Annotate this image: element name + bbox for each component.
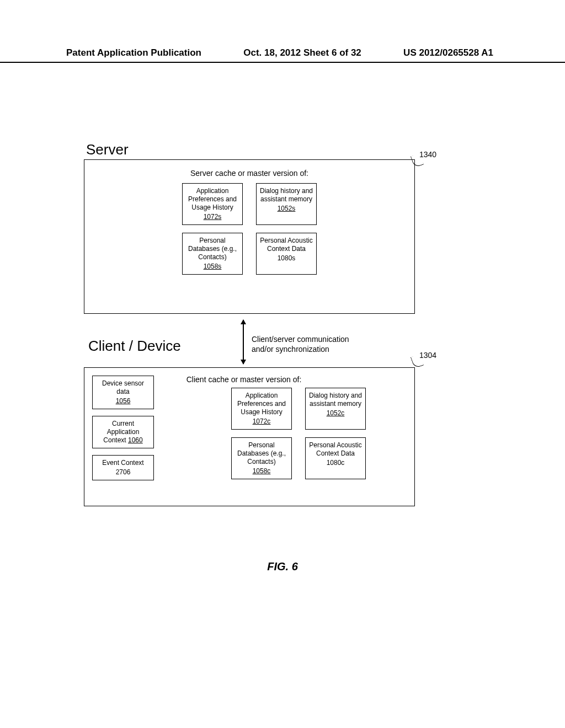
box-ref: 1080c: [308, 459, 363, 467]
box-label: Application Preferences and Usage Histor…: [188, 187, 237, 211]
server-ref-num: 1340: [419, 150, 436, 159]
box-label: Application Preferences and Usage Histor…: [237, 392, 286, 416]
header-left: Patent Application Publication: [66, 47, 201, 58]
client-grid: Application Preferences and Usage Histor…: [227, 388, 370, 479]
client-box: Device sensor data 1056 CurrentApplicati…: [84, 367, 415, 506]
device-sensor-box: Device sensor data 1056: [92, 376, 154, 409]
server-app-prefs-box: Application Preferences and Usage Histor…: [182, 183, 243, 225]
box-ref: 1058c: [234, 467, 289, 475]
box-label: Personal Databases (e.g., Contacts): [237, 441, 286, 465]
box-label: Dialog history and assistant memory: [260, 187, 313, 203]
diagram-container: Server Server cache or master version of…: [84, 141, 415, 314]
server-box: Server cache or master version of: Appli…: [84, 159, 415, 314]
event-context-box: Event Context 2706: [92, 455, 154, 480]
box-ref: 2706: [95, 468, 151, 477]
box-ref: 1058s: [185, 263, 240, 271]
box-label: Personal Databases (e.g., Contacts): [188, 237, 237, 261]
box-ref: 1052c: [308, 409, 363, 417]
server-personal-db-box: Personal Databases (e.g., Contacts) 1058…: [182, 233, 243, 275]
client-subtitle: Client cache or master version of:: [172, 375, 316, 384]
server-grid: Application Preferences and Usage Histor…: [178, 183, 321, 275]
box-label: Personal Acoustic Context Data: [309, 441, 361, 457]
client-ref-num: 1304: [419, 351, 436, 360]
server-subtitle: Server cache or master version of:: [93, 169, 406, 178]
sync-arrow: [243, 320, 244, 364]
page-header: Patent Application Publication Oct. 18, …: [0, 47, 565, 63]
client-title: Client / Device: [88, 338, 181, 355]
box-ref: 1072s: [185, 213, 240, 221]
box-ref: 1056: [95, 397, 151, 405]
header-row: Patent Application Publication Oct. 18, …: [0, 47, 565, 58]
server-dialog-box: Dialog history and assistant memory 1052…: [256, 183, 317, 225]
figure-label: FIG. 6: [0, 560, 565, 573]
comm-line2: and/or synchronization: [252, 345, 329, 354]
client-personal-db-box: Personal Databases (e.g., Contacts) 1058…: [231, 437, 292, 479]
box-label: Device sensor data: [102, 379, 144, 395]
box-ref: 1080s: [259, 254, 314, 263]
app-context-box: CurrentApplicationContext 1060: [92, 416, 154, 448]
header-right: US 2012/0265528 A1: [403, 47, 493, 58]
server-acoustic-box: Personal Acoustic Context Data 1080s: [256, 233, 317, 275]
client-app-prefs-box: Application Preferences and Usage Histor…: [231, 388, 292, 430]
box-label: Dialog history and assistant memory: [309, 392, 362, 408]
box-label: Event Context: [102, 459, 143, 467]
box-ref: 1072c: [234, 417, 289, 426]
client-acoustic-box: Personal Acoustic Context Data 1080c: [305, 437, 366, 479]
box-ref: 1052s: [259, 205, 314, 213]
client-left-column: Device sensor data 1056 CurrentApplicati…: [92, 376, 154, 480]
box-label: Personal Acoustic Context Data: [260, 237, 312, 253]
header-center: Oct. 18, 2012 Sheet 6 of 32: [243, 47, 361, 58]
client-dialog-box: Dialog history and assistant memory 1052…: [305, 388, 366, 430]
comm-label: Client/server communication and/or synch…: [252, 334, 373, 354]
comm-line1: Client/server communication: [252, 335, 349, 344]
server-title: Server: [86, 141, 415, 158]
